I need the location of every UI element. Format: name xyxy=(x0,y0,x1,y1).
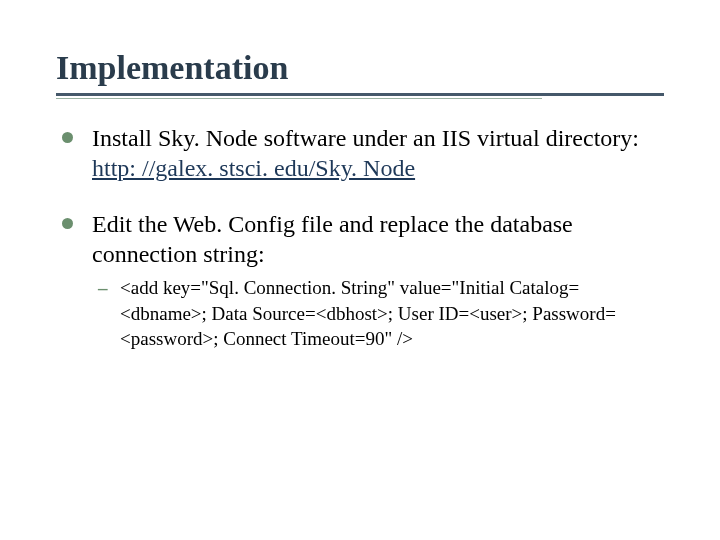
slide: Implementation Install Sky. Node softwar… xyxy=(0,0,720,540)
bullet-link[interactable]: http: //galex. stsci. edu/Sky. Node xyxy=(92,155,415,181)
bullet-item: Install Sky. Node software under an IIS … xyxy=(56,123,664,183)
bullet-text: Edit the Web. Config file and replace th… xyxy=(92,211,573,267)
bullet-text: Install Sky. Node software under an IIS … xyxy=(92,125,639,151)
bullet-list: Install Sky. Node software under an IIS … xyxy=(56,123,664,352)
bullet-item: Edit the Web. Config file and replace th… xyxy=(56,209,664,352)
sub-bullet-text: <add key="Sql. Connection. String" value… xyxy=(120,277,616,349)
sub-bullet-list: <add key="Sql. Connection. String" value… xyxy=(92,275,664,352)
sub-bullet-item: <add key="Sql. Connection. String" value… xyxy=(92,275,664,352)
slide-title: Implementation xyxy=(56,48,664,87)
title-rule xyxy=(56,93,664,99)
